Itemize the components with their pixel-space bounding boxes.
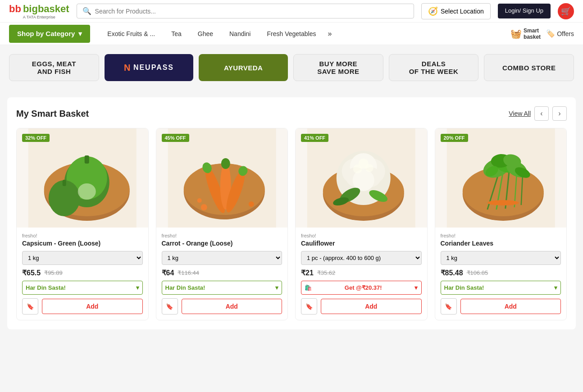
smart-basket-nav[interactable]: 🧺 Smartbasket xyxy=(510,27,541,40)
banner-combo-store[interactable]: COMBO STORE xyxy=(484,54,574,81)
section-title: My Smart Basket xyxy=(16,109,89,119)
svg-rect-7 xyxy=(63,180,66,186)
current-price: ₹85.48 xyxy=(441,269,463,277)
add-to-cart-button[interactable]: Add xyxy=(182,299,282,314)
sidebar-item-exotic-fruits[interactable]: Exotic Fruits & ... xyxy=(99,26,163,42)
product-card-coriander: 20% OFF xyxy=(435,128,567,320)
current-price: ₹65.5 xyxy=(22,269,41,277)
discount-badge: 41% OFF xyxy=(301,134,328,142)
nav-links: Exotic Fruits & ... Tea Ghee Nandini Fre… xyxy=(99,26,510,42)
add-to-cart-button[interactable]: Add xyxy=(321,299,422,314)
offer-icon: 🛍️ xyxy=(305,284,312,291)
product-name: Cauliflower xyxy=(301,239,422,247)
har-din-dropdown-icon: ▾ xyxy=(136,284,139,291)
banner-neupass[interactable]: N NEUPASS xyxy=(105,54,194,81)
bookmark-button[interactable]: 🔖 xyxy=(162,298,178,315)
product-info-coriander: fresho! Coriander Leaves 1 kg 500 g 250 … xyxy=(435,228,567,320)
offers-icon: 🏷️ xyxy=(546,29,555,38)
search-bar[interactable]: 🔍 xyxy=(77,4,414,18)
add-row: 🔖 Add xyxy=(162,298,282,315)
product-image-carrot xyxy=(156,128,288,228)
product-image-capsicum xyxy=(17,128,148,228)
logo: bb bigbasket A TATA Enterprise xyxy=(9,3,69,19)
logo-bb-text: bb xyxy=(9,3,21,15)
original-price: ₹106.85 xyxy=(467,269,488,276)
bookmark-button[interactable]: 🔖 xyxy=(441,298,457,315)
product-image-cauliflower xyxy=(296,128,427,228)
price-row: ₹65.5 ₹95.89 xyxy=(22,269,143,277)
har-din-dropdown-icon: ▾ xyxy=(275,284,278,291)
prev-arrow-button[interactable]: ‹ xyxy=(534,106,549,121)
product-name: Coriander Leaves xyxy=(441,239,561,247)
banner-section: EGGS, MEATAND FISH N NEUPASS AYURVEDA BU… xyxy=(0,45,583,90)
shop-by-category-button[interactable]: Shop by Category ▾ xyxy=(9,25,90,43)
navbar: Shop by Category ▾ Exotic Fruits & ... T… xyxy=(0,23,583,45)
dropdown-arrow-icon: ▾ xyxy=(78,30,82,38)
current-price: ₹21 xyxy=(301,269,314,277)
view-all-link[interactable]: View All xyxy=(509,110,531,117)
svg-point-52 xyxy=(487,200,519,205)
brand-label: fresho! xyxy=(301,233,422,238)
har-din-sasta-button[interactable]: Har Din Sasta! ▾ xyxy=(22,281,143,295)
cart-button[interactable]: 🛒 xyxy=(558,3,574,19)
original-price: ₹35.62 xyxy=(317,269,336,276)
location-icon: 🧭 xyxy=(428,6,438,16)
banner-deals-of-week[interactable]: DEALSOF THE WEEK xyxy=(389,54,479,81)
offers-nav[interactable]: 🏷️ Offers xyxy=(546,29,574,38)
product-name: Carrot - Orange (Loose) xyxy=(162,239,282,247)
product-info-capsicum: fresho! Capsicum - Green (Loose) 1 kg 50… xyxy=(17,228,148,320)
product-card-carrot: 45% OFF xyxy=(156,128,288,320)
quantity-select-cauliflower[interactable]: 1 pc - (approx. 400 to 600 g) 2 pc xyxy=(301,251,422,265)
sidebar-item-tea[interactable]: Tea xyxy=(163,26,190,42)
banner-buy-more[interactable]: BUY MORESAVE MORE xyxy=(293,54,383,81)
brand-label: fresho! xyxy=(162,233,282,238)
login-button[interactable]: Login/ Sign Up xyxy=(498,4,551,18)
brand-label: fresho! xyxy=(22,233,143,238)
main-content: My Smart Basket View All ‹ › 32% OFF xyxy=(7,97,576,329)
banner-eggs-meat[interactable]: EGGS, MEATAND FISH xyxy=(9,54,99,81)
discount-badge: 45% OFF xyxy=(162,134,189,142)
add-to-cart-button[interactable]: Add xyxy=(460,299,561,314)
quantity-select-carrot[interactable]: 1 kg 500 g 2 kg xyxy=(162,251,282,265)
get-offer-label: Get @₹20.37! xyxy=(345,284,382,291)
get-offer-button[interactable]: 🛍️ Get @₹20.37! ▾ xyxy=(301,281,422,295)
svg-point-33 xyxy=(359,159,369,169)
har-din-sasta-button[interactable]: Har Din Sasta! ▾ xyxy=(162,281,282,295)
offers-label: Offers xyxy=(557,30,574,37)
add-to-cart-button[interactable]: Add xyxy=(42,299,143,314)
bookmark-icon: 🔖 xyxy=(166,303,173,310)
product-info-carrot: fresho! Carrot - Orange (Loose) 1 kg 500… xyxy=(156,228,288,320)
banner-ayurveda[interactable]: AYURVEDA xyxy=(199,54,288,81)
sidebar-item-ghee[interactable]: Ghee xyxy=(190,26,221,42)
bookmark-button[interactable]: 🔖 xyxy=(301,298,317,315)
quantity-select-coriander[interactable]: 1 kg 500 g 250 g xyxy=(441,251,561,265)
svg-point-18 xyxy=(200,204,207,210)
price-row: ₹64 ₹116.44 xyxy=(162,269,282,277)
product-card-capsicum: 32% OFF fr xyxy=(16,128,149,320)
next-arrow-button[interactable]: › xyxy=(552,106,567,121)
discount-badge: 32% OFF xyxy=(22,134,50,142)
more-nav-icon[interactable]: » xyxy=(324,30,335,38)
bookmark-button[interactable]: 🔖 xyxy=(22,298,38,315)
smart-basket-icon: 🧺 xyxy=(510,28,522,39)
search-icon: 🔍 xyxy=(82,7,91,15)
cart-icon: 🛒 xyxy=(561,6,571,16)
discount-badge: 20% OFF xyxy=(441,134,468,142)
section-right: View All ‹ › xyxy=(509,106,567,121)
add-row: 🔖 Add xyxy=(441,298,561,315)
product-image-coriander xyxy=(435,128,567,228)
nav-right: 🧺 Smartbasket 🏷️ Offers xyxy=(510,27,574,40)
select-location-button[interactable]: 🧭 Select Location xyxy=(421,3,491,19)
original-price: ₹95.89 xyxy=(44,269,63,276)
current-price: ₹64 xyxy=(162,269,174,277)
search-input[interactable] xyxy=(95,8,408,15)
product-grid: 32% OFF fr xyxy=(16,128,567,320)
svg-point-8 xyxy=(78,183,96,200)
har-din-sasta-button[interactable]: Har Din Sasta! ▾ xyxy=(441,281,561,295)
quantity-select-capsicum[interactable]: 1 kg 500 g 2 kg xyxy=(22,251,143,265)
offer-dropdown-icon: ▾ xyxy=(414,284,418,291)
har-din-dropdown-icon: ▾ xyxy=(554,284,557,291)
sidebar-item-fresh-veg[interactable]: Fresh Vegetables xyxy=(259,26,324,42)
add-row: 🔖 Add xyxy=(301,298,422,315)
sidebar-item-nandini[interactable]: Nandini xyxy=(221,26,259,42)
